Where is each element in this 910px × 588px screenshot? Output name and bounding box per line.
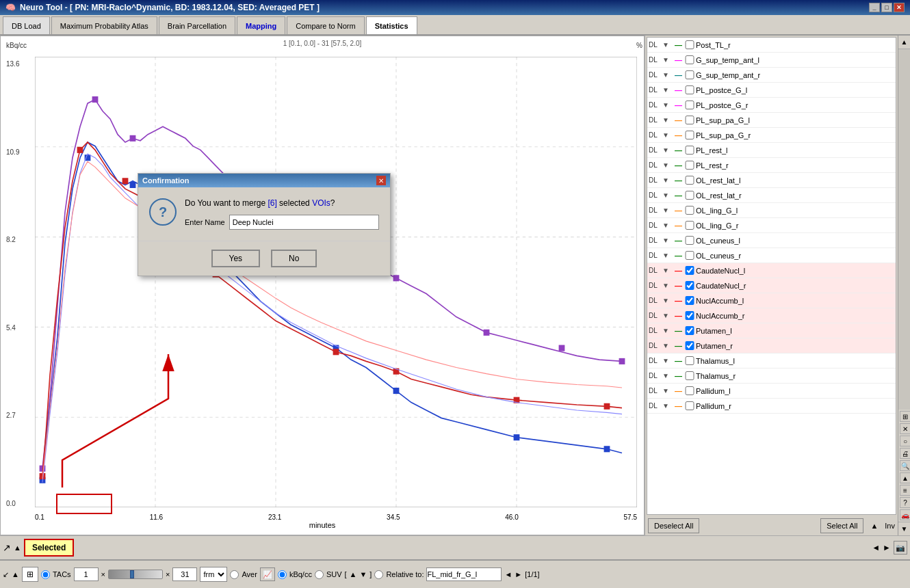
- voi-checkbox[interactable]: [685, 101, 694, 109]
- voi-checkbox[interactable]: [685, 191, 694, 200]
- tool-icon-9[interactable]: 🚗: [900, 509, 910, 520]
- voi-checkbox[interactable]: [685, 131, 694, 139]
- tool-icon-4[interactable]: 🖨: [900, 448, 910, 459]
- tab-brain-parcellation[interactable]: Brain Parcellation: [159, 16, 235, 34]
- tool-icon-8[interactable]: ?: [900, 497, 910, 508]
- screenshot-icon[interactable]: 📷: [894, 541, 907, 554]
- relative-input[interactable]: [426, 567, 502, 581]
- tab-compare-to-norm[interactable]: Compare to Norm: [287, 16, 364, 34]
- tool-icon-3[interactable]: ○: [900, 436, 910, 446]
- frame-slider[interactable]: [108, 570, 163, 579]
- minimize-btn[interactable]: _: [869, 3, 880, 12]
- inv-label[interactable]: Inv: [885, 522, 895, 530]
- name-input[interactable]: [229, 215, 379, 230]
- kbq-radio[interactable]: [278, 570, 287, 579]
- voi-dropdown-icon[interactable]: ▼: [662, 402, 672, 410]
- up2-icon[interactable]: ▲: [12, 570, 19, 578]
- voi-dropdown-icon[interactable]: ▼: [662, 176, 672, 184]
- suv-radio[interactable]: [315, 570, 324, 579]
- tool-icon-1[interactable]: ⊞: [900, 411, 910, 422]
- voi-checkbox[interactable]: [685, 356, 694, 365]
- voi-dropdown-icon[interactable]: ▼: [662, 146, 672, 154]
- relative-radio[interactable]: [374, 570, 383, 579]
- voi-checkbox[interactable]: [685, 161, 694, 170]
- voi-checkbox[interactable]: [685, 221, 694, 230]
- maximize-btn[interactable]: □: [881, 3, 892, 12]
- no-button[interactable]: No: [271, 250, 317, 267]
- from-input[interactable]: [74, 567, 99, 581]
- prev-btn[interactable]: ◄: [872, 543, 880, 552]
- voi-dropdown-icon[interactable]: ▼: [662, 116, 672, 124]
- voi-dropdown-icon[interactable]: ▼: [662, 297, 672, 304]
- voi-dropdown-icon[interactable]: ▼: [662, 372, 672, 379]
- tacs-radio[interactable]: [41, 570, 50, 579]
- voi-dropdown-icon[interactable]: ▼: [662, 387, 672, 395]
- tool-icon-7[interactable]: ≡: [900, 485, 910, 496]
- frame-select[interactable]: frm sec: [200, 567, 227, 582]
- voi-dropdown-icon[interactable]: ▼: [662, 86, 672, 94]
- tab-mapping[interactable]: Mapping: [237, 16, 285, 34]
- rel-prev-btn[interactable]: ◄: [504, 570, 512, 578]
- tool-icon-2[interactable]: ✕: [900, 423, 910, 434]
- voi-checkbox[interactable]: [685, 146, 694, 155]
- tool-icon-5[interactable]: 🔍: [900, 460, 910, 471]
- voi-checkbox[interactable]: [685, 251, 694, 260]
- rel-next-btn[interactable]: ►: [515, 570, 522, 578]
- voi-dropdown-icon[interactable]: ▼: [662, 357, 672, 364]
- up-arrow-icon[interactable]: ▲: [870, 522, 878, 530]
- tab-statistics[interactable]: Statistics: [366, 16, 417, 34]
- voi-dropdown-icon[interactable]: ▼: [662, 161, 672, 169]
- aver-radio[interactable]: [230, 570, 239, 579]
- voi-dropdown-icon[interactable]: ▼: [662, 41, 672, 49]
- voi-dropdown-icon[interactable]: ▼: [662, 267, 672, 274]
- voi-checkbox[interactable]: [685, 341, 694, 350]
- voi-dropdown-icon[interactable]: ▼: [662, 342, 672, 349]
- voi-dropdown-icon[interactable]: ▼: [662, 71, 672, 79]
- yes-button[interactable]: Yes: [211, 250, 261, 267]
- up-small-icon[interactable]: ▲: [14, 544, 21, 552]
- voi-checkbox[interactable]: [685, 116, 694, 124]
- voi-dropdown-icon[interactable]: ▼: [662, 282, 672, 289]
- voi-dropdown-icon[interactable]: ▼: [662, 56, 672, 64]
- tac-grid-icon[interactable]: ⊞: [22, 567, 38, 582]
- voi-dropdown-icon[interactable]: ▼: [662, 327, 672, 334]
- selected-tab[interactable]: Selected: [24, 539, 74, 557]
- voi-checkbox[interactable]: [685, 85, 694, 94]
- cursor-icon[interactable]: ↙: [3, 570, 9, 579]
- voi-checkbox[interactable]: [685, 326, 694, 335]
- voi-dropdown-icon[interactable]: ▼: [662, 237, 672, 244]
- voi-checkbox[interactable]: [685, 55, 694, 64]
- voi-dropdown-icon[interactable]: ▼: [662, 312, 672, 319]
- voi-checkbox[interactable]: [685, 70, 694, 79]
- voi-checkbox[interactable]: [685, 176, 694, 185]
- voi-checkbox[interactable]: [685, 281, 694, 290]
- voi-checkbox[interactable]: [685, 296, 694, 305]
- close-btn[interactable]: ✕: [894, 3, 905, 12]
- voi-checkbox[interactable]: [685, 371, 694, 380]
- voi-checkbox[interactable]: [685, 311, 694, 320]
- voi-checkbox[interactable]: [685, 266, 694, 275]
- deselect-all-btn[interactable]: Deselect All: [648, 518, 699, 533]
- voi-list[interactable]: DL ▼ — Post_TL_r DL ▼ — G_sup_temp_ant_l…: [647, 37, 896, 515]
- select-all-btn[interactable]: Select All: [820, 518, 863, 533]
- tool-icon-6[interactable]: ▲: [900, 472, 910, 483]
- diagonal-arrow-icon[interactable]: ↗: [3, 542, 11, 553]
- scroll-up-icon[interactable]: ▲: [901, 38, 908, 46]
- voi-dropdown-icon[interactable]: ▼: [662, 222, 672, 229]
- dialog-close-btn[interactable]: ✕: [376, 176, 386, 185]
- voi-dropdown-icon[interactable]: ▼: [662, 131, 672, 139]
- voi-dropdown-icon[interactable]: ▼: [662, 191, 672, 199]
- voi-dropdown-icon[interactable]: ▼: [662, 252, 672, 259]
- voi-checkbox[interactable]: [685, 401, 694, 410]
- graph-icon[interactable]: 📈: [260, 567, 275, 581]
- next-btn[interactable]: ►: [883, 543, 891, 552]
- scroll-down-icon[interactable]: ▼: [901, 525, 908, 533]
- tab-db-load[interactable]: DB Load: [3, 16, 50, 34]
- voi-checkbox[interactable]: [685, 386, 694, 395]
- voi-dropdown-icon[interactable]: ▼: [662, 206, 672, 214]
- to-input[interactable]: [172, 567, 197, 581]
- tab-max-prob-atlas[interactable]: Maximum Probability Atlas: [51, 16, 157, 34]
- voi-checkbox[interactable]: [685, 206, 694, 215]
- voi-dropdown-icon[interactable]: ▼: [662, 101, 672, 109]
- voi-checkbox[interactable]: [685, 236, 694, 245]
